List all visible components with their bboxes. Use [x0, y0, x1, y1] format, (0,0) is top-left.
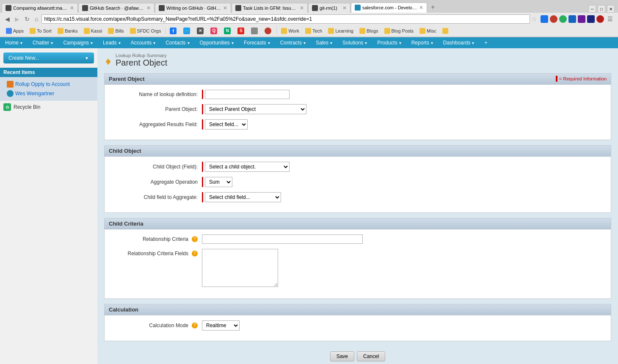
red-bookmark-icon	[265, 28, 271, 34]
n-icon: N	[224, 28, 231, 34]
bookmark-misc[interactable]	[440, 27, 452, 35]
tab-5[interactable]: git-rm(1) ✕	[308, 3, 350, 13]
sf-nav-contracts[interactable]: Contracts	[275, 37, 311, 48]
sf-nav-accounts[interactable]: Accounts	[126, 37, 160, 48]
close-button[interactable]: ✕	[607, 5, 615, 13]
calculation-mode-select[interactable]: Realtime Scheduled Developer	[202, 320, 240, 331]
sf-navigation: Home Chatter Campaigns Leads Accounts Co…	[0, 37, 618, 48]
create-new-button[interactable]: Create New... ▼	[3, 52, 94, 63]
name-definition-input[interactable]	[205, 90, 290, 99]
ext-icon-3[interactable]	[559, 15, 567, 23]
tech-icon	[328, 28, 334, 34]
bookmark-learning[interactable]: Blogs	[357, 27, 381, 35]
menu-button[interactable]: ☰	[606, 15, 615, 23]
page-header-icon: ⬧	[104, 52, 112, 68]
tab-close-5[interactable]: ✕	[342, 5, 347, 11]
bookmark-sfdc-orgs[interactable]: SFDC Orgs	[127, 27, 164, 35]
sf-nav-products[interactable]: Products	[372, 37, 406, 48]
bookmark-red[interactable]	[262, 27, 275, 35]
parent-object-select[interactable]: Select Parent Object	[205, 104, 306, 114]
bookmark-blog-posts[interactable]: Misc	[417, 27, 439, 35]
ext-icon-7[interactable]	[596, 15, 604, 23]
minimize-button[interactable]: ─	[588, 5, 596, 13]
tab-2[interactable]: GitHub Search · @afawcett enterp... ✕	[78, 3, 154, 13]
bookmark-blogs[interactable]: Blog Posts	[382, 27, 417, 35]
tab-4[interactable]: Task Lists in GFM: Issues/i... ✕	[232, 3, 308, 13]
relationship-criteria-control	[202, 234, 363, 244]
sf-nav-forecasts[interactable]: Forecasts	[239, 37, 275, 48]
bookmark-star-button[interactable]: ☆	[532, 16, 537, 22]
twitter-icon: 🐦	[183, 28, 190, 34]
aggregated-results-label: Aggregated Results Field:	[109, 121, 202, 127]
cancel-button[interactable]: Cancel	[357, 351, 385, 361]
maximize-button[interactable]: □	[598, 5, 605, 13]
tab-close-3[interactable]: ✕	[223, 5, 227, 11]
ext-icon-5[interactable]	[578, 15, 585, 23]
recent-item-1[interactable]: Rollup Oppty to Account	[3, 80, 94, 89]
bookmark-tosort[interactable]: To Sort	[27, 27, 54, 35]
tab-close-6[interactable]: ✕	[419, 5, 423, 11]
tab-close-2[interactable]: ✕	[146, 5, 151, 11]
home-button[interactable]: ⌂	[33, 15, 40, 23]
calculation-mode-help-icon[interactable]: ?	[192, 323, 198, 328]
ext-icon-2[interactable]	[550, 15, 557, 23]
sf-nav-reports[interactable]: Reports	[406, 37, 438, 48]
bookmark-bills[interactable]: Bills	[105, 27, 126, 35]
child-object-form-body: Child Object (Field): Select a child obj…	[105, 157, 611, 212]
recent-item-2[interactable]: Wes Weingartner	[3, 89, 94, 98]
bookmark-q[interactable]: Q	[208, 27, 221, 35]
tab-close-1[interactable]: ✕	[70, 5, 74, 11]
bookmark-img[interactable]	[248, 27, 261, 35]
bookmark-banks-label: Banks	[65, 28, 78, 33]
relationship-criteria-help-icon[interactable]: ?	[192, 236, 198, 242]
bookmark-resources[interactable]: Work	[279, 27, 301, 35]
bookmark-twitter[interactable]: 🐦	[181, 27, 193, 35]
kassi-icon	[84, 28, 90, 34]
bookmark-banks[interactable]: Banks	[55, 27, 80, 35]
bookmark-work[interactable]: Tech	[303, 27, 325, 35]
sf-nav-sales[interactable]: Sales	[311, 37, 337, 48]
recycle-bin[interactable]: ♻ Recycle Bin	[0, 101, 97, 113]
s-icon: S	[237, 28, 244, 34]
aggregated-results-select[interactable]: Select field...	[205, 119, 248, 130]
ext-icon-1[interactable]	[541, 15, 548, 23]
parent-object-section: Parent Object = Required Information Nam…	[104, 73, 611, 140]
child-object-field-row: Child Object (Field): Select a child obj…	[109, 162, 607, 172]
tab-1[interactable]: Comparing afawcett:mast... ✕	[2, 3, 78, 13]
bookmark-n[interactable]: N	[221, 27, 234, 35]
bookmark-x[interactable]: ✕	[194, 27, 207, 35]
bookmark-apps[interactable]: Apps	[3, 27, 26, 35]
aggregate-operation-select[interactable]: Sum Count Max Min Avg	[205, 177, 232, 187]
child-object-select[interactable]: Select a child object.	[205, 162, 290, 172]
relationship-criteria-input[interactable]	[202, 234, 363, 244]
bookmark-kassi[interactable]: Kassi	[81, 27, 105, 35]
ext-icon-4[interactable]	[568, 15, 576, 23]
reload-button[interactable]: ↻	[23, 15, 31, 23]
sf-nav-campaigns[interactable]: Campaigns	[58, 37, 98, 48]
tab-close-4[interactable]: ✕	[300, 5, 304, 11]
bookmark-s[interactable]: S	[235, 27, 248, 35]
bookmark-tech[interactable]: Learning	[326, 27, 356, 35]
child-field-select[interactable]: Select child field...	[205, 192, 281, 202]
address-input[interactable]	[41, 14, 530, 24]
tab-6[interactable]: salesforce.com - Develope... ✕	[351, 3, 427, 13]
child-criteria-form-body: Relationship Criteria ? Relationship Cri…	[105, 229, 611, 298]
relationship-criteria-fields-help-icon[interactable]: ?	[192, 251, 198, 256]
sf-nav-home[interactable]: Home	[0, 37, 28, 48]
sf-nav-opportunities[interactable]: Opportunities	[195, 37, 239, 48]
ext-icon-6[interactable]	[587, 15, 595, 23]
back-button[interactable]: ◀	[3, 15, 11, 23]
relationship-criteria-fields-textarea[interactable]	[202, 249, 278, 287]
sf-nav-dashboards[interactable]: Dashboards	[438, 37, 480, 48]
new-tab-button[interactable]: +	[428, 2, 438, 13]
save-button[interactable]: Save	[330, 351, 354, 361]
sf-nav-solutions[interactable]: Solutions	[337, 37, 372, 48]
child-object-section: Child Object Child Object (Field): Selec…	[104, 145, 611, 213]
sf-nav-leads[interactable]: Leads	[98, 37, 126, 48]
sf-nav-chatter[interactable]: Chatter	[28, 37, 58, 48]
sf-nav-contacts[interactable]: Contacts	[160, 37, 194, 48]
bookmark-facebook[interactable]: f	[167, 27, 180, 35]
forward-button[interactable]: ▶	[13, 15, 21, 23]
tab-3[interactable]: Writing on GitHub · GitHu... ✕	[155, 3, 231, 13]
sf-nav-more[interactable]: +	[479, 37, 492, 48]
